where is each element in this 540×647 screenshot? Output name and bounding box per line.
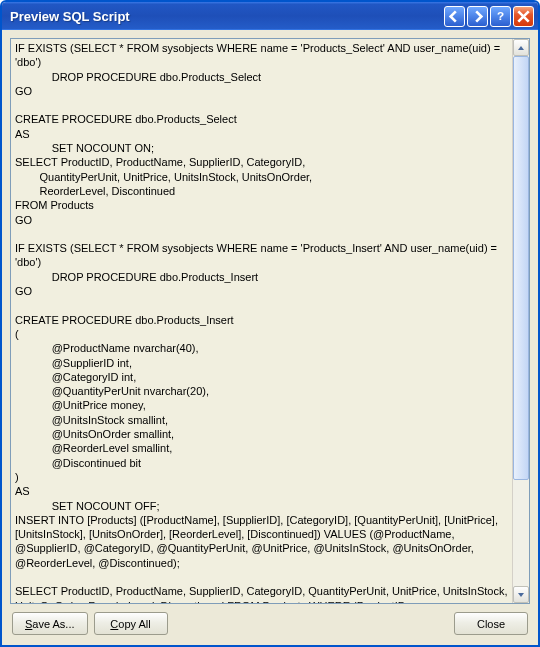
next-icon[interactable]: [467, 6, 488, 27]
dialog-window: Preview SQL Script ? IF EXISTS (SELECT *…: [0, 0, 540, 647]
button-row: Save As... Copy All Close: [10, 604, 530, 637]
close-icon[interactable]: [513, 6, 534, 27]
help-icon[interactable]: ?: [490, 6, 511, 27]
sql-script-text[interactable]: IF EXISTS (SELECT * FROM sysobjects WHER…: [11, 39, 512, 603]
scroll-track[interactable]: [513, 56, 529, 586]
scroll-up-icon[interactable]: [513, 39, 529, 56]
copy-all-label: opy All: [118, 618, 150, 630]
vertical-scrollbar[interactable]: [512, 39, 529, 603]
save-as-label: ave As...: [32, 618, 74, 630]
titlebar: Preview SQL Script ?: [2, 2, 538, 30]
close-button[interactable]: Close: [454, 612, 528, 635]
script-container: IF EXISTS (SELECT * FROM sysobjects WHER…: [10, 38, 530, 604]
content-area: IF EXISTS (SELECT * FROM sysobjects WHER…: [2, 30, 538, 645]
scroll-thumb[interactable]: [513, 56, 529, 480]
copy-all-button[interactable]: Copy All: [94, 612, 168, 635]
titlebar-buttons: ?: [444, 6, 534, 27]
window-title: Preview SQL Script: [10, 9, 444, 24]
prev-icon[interactable]: [444, 6, 465, 27]
scroll-down-icon[interactable]: [513, 586, 529, 603]
svg-text:?: ?: [497, 10, 504, 22]
save-as-button[interactable]: Save As...: [12, 612, 88, 635]
